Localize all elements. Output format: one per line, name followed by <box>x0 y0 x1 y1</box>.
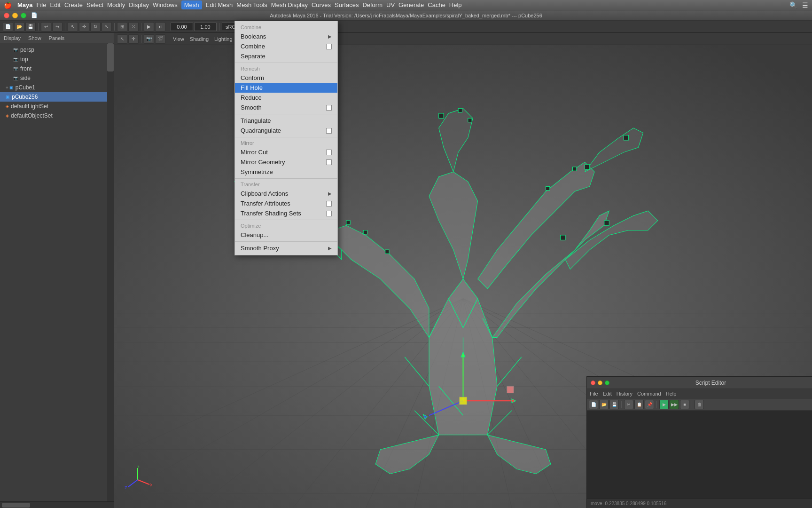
menu-item-transfer-shading-sets[interactable]: Transfer Shading Sets <box>235 208 337 218</box>
menu-item-cleanup[interactable]: Cleanup... <box>235 230 337 240</box>
script-history-menu[interactable]: History <box>617 391 632 397</box>
uv-menu-item[interactable]: UV <box>386 1 395 8</box>
rotate-tool-button[interactable]: ↻ <box>90 22 101 32</box>
file-menu-item[interactable]: File <box>37 1 47 8</box>
show-tab[interactable]: Show <box>24 34 45 42</box>
outliner-item-defaultlightset[interactable]: ◈ defaultLightSet <box>0 102 114 111</box>
script-command-menu[interactable]: Command <box>637 391 661 397</box>
menu-item-symmetrize[interactable]: Symmetrize <box>235 167 337 177</box>
script-save-btn[interactable]: 💾 <box>609 400 619 409</box>
mesh-menu-item[interactable]: Mesh <box>181 0 202 9</box>
script-edit-menu[interactable]: Edit <box>603 391 612 397</box>
list-icon[interactable]: ☰ <box>802 1 808 9</box>
ipr-button[interactable]: ⏯ <box>155 22 165 32</box>
menu-item-conform[interactable]: Conform <box>235 73 337 83</box>
surfaces-menu-item[interactable]: Surfaces <box>335 1 359 8</box>
smooth-option-box[interactable] <box>326 105 332 111</box>
quadrangulate-option-box[interactable] <box>326 128 332 134</box>
maximize-button[interactable] <box>21 13 26 18</box>
curves-menu-item[interactable]: Curves <box>312 1 331 8</box>
script-editor-close[interactable] <box>591 381 595 385</box>
save-file-button[interactable]: 💾 <box>25 22 36 32</box>
coord-x-input[interactable] <box>171 23 193 31</box>
menu-item-booleans[interactable]: Booleans ▶ <box>235 32 337 41</box>
close-button[interactable] <box>4 13 9 18</box>
undo-button[interactable]: ↩ <box>41 22 51 32</box>
redo-button[interactable]: ↪ <box>52 22 62 32</box>
script-clear-btn[interactable]: 🗑 <box>695 400 704 409</box>
mirror-cut-option-box[interactable] <box>326 150 332 155</box>
menu-item-mirror-geometry[interactable]: Mirror Geometry <box>235 157 337 167</box>
script-stop-btn[interactable]: ■ <box>680 400 689 409</box>
menu-item-fill-hole[interactable]: Fill Hole <box>235 83 337 93</box>
script-paste-btn[interactable]: 📌 <box>645 400 654 409</box>
script-open-btn[interactable]: 📂 <box>599 400 609 409</box>
script-run-all-btn[interactable]: ▶▶ <box>670 400 679 409</box>
outliner-item-side[interactable]: 📷 side <box>0 73 114 83</box>
script-file-menu[interactable]: File <box>590 391 598 397</box>
mesh-tools-menu-item[interactable]: Mesh Tools <box>236 1 267 8</box>
script-editor-textarea[interactable] <box>587 411 812 499</box>
edit-mesh-menu-item[interactable]: Edit Mesh <box>206 1 233 8</box>
snap-grid-button[interactable]: ⁙ <box>128 22 139 32</box>
lighting-menu-btn[interactable]: Lighting <box>212 36 235 42</box>
menu-item-reduce[interactable]: Reduce <box>235 93 337 103</box>
help-menu-item[interactable]: Help <box>449 1 462 8</box>
menu-item-combine[interactable]: Combine <box>235 41 337 51</box>
menu-item-smooth-proxy[interactable]: Smooth Proxy ▶ <box>235 243 337 253</box>
render-button[interactable]: ▶ <box>144 22 154 32</box>
viewport-tool-move[interactable]: ✛ <box>128 34 139 44</box>
mirror-geometry-option-box[interactable] <box>326 159 332 165</box>
scale-tool-button[interactable]: ⤡ <box>102 22 112 32</box>
grid-toggle-button[interactable]: ⊞ <box>117 22 127 32</box>
script-run-btn[interactable]: ▶ <box>659 400 669 409</box>
edit-menu-item[interactable]: Edit <box>50 1 60 8</box>
panels-tab[interactable]: Panels <box>45 34 69 42</box>
menu-item-transfer-attributes[interactable]: Transfer Attributes <box>235 198 337 208</box>
menu-item-clipboard-actions[interactable]: Clipboard Actions ▶ <box>235 189 337 198</box>
transfer-shading-sets-option-box[interactable] <box>326 211 332 216</box>
outliner-item-persp[interactable]: 📷 persp <box>0 45 114 55</box>
minimize-button[interactable] <box>12 13 18 18</box>
menu-item-smooth[interactable]: Smooth <box>235 103 337 112</box>
menu-item-separate[interactable]: Separate <box>235 51 337 61</box>
shading-menu-btn[interactable]: Shading <box>187 36 211 42</box>
deform-menu-item[interactable]: Deform <box>362 1 383 8</box>
combine-option-box[interactable] <box>326 44 332 49</box>
select-tool-button[interactable]: ↖ <box>68 22 78 32</box>
mesh-display-menu-item[interactable]: Mesh Display <box>271 1 308 8</box>
create-menu-item[interactable]: Create <box>64 1 83 8</box>
cache-menu-item[interactable]: Cache <box>428 1 445 8</box>
apple-icon[interactable]: 🍎 <box>4 1 12 9</box>
transfer-attributes-option-box[interactable] <box>326 201 332 206</box>
coord-y-input[interactable] <box>194 23 217 31</box>
outliner-item-top[interactable]: 📷 top <box>0 55 114 64</box>
maya-menu-item[interactable]: Maya <box>17 1 33 8</box>
script-copy-btn[interactable]: 📋 <box>634 400 644 409</box>
generate-menu-item[interactable]: Generate <box>398 1 424 8</box>
script-help-menu[interactable]: Help <box>666 391 677 397</box>
outliner-item-pcube256[interactable]: ▣ pCube256 <box>0 92 114 102</box>
display-tab[interactable]: Display <box>0 34 24 42</box>
script-cut-btn[interactable]: ✂ <box>624 400 633 409</box>
viewport-tool-render[interactable]: 🎬 <box>155 34 165 44</box>
new-file-button[interactable]: 📄 <box>3 22 13 32</box>
windows-menu-item[interactable]: Windows <box>153 1 178 8</box>
menu-item-triangulate[interactable]: Triangulate <box>235 116 337 126</box>
outliner-item-pcube1[interactable]: + ▣ pCube1 <box>0 83 114 92</box>
script-editor-maximize[interactable] <box>605 381 609 385</box>
select-menu-item[interactable]: Select <box>86 1 103 8</box>
menu-item-quadrangulate[interactable]: Quadrangulate <box>235 126 337 135</box>
script-editor-minimize[interactable] <box>598 381 602 385</box>
viewport-tool-camera[interactable]: 📷 <box>144 34 154 44</box>
viewport-tool-select[interactable]: ↖ <box>117 34 127 44</box>
display-menu-item[interactable]: Display <box>129 1 149 8</box>
move-tool-button[interactable]: ✛ <box>79 22 89 32</box>
menu-item-mirror-cut[interactable]: Mirror Cut <box>235 147 337 157</box>
outliner-item-front[interactable]: 📷 front <box>0 64 114 73</box>
modify-menu-item[interactable]: Modify <box>107 1 125 8</box>
search-icon[interactable]: 🔍 <box>789 1 797 9</box>
script-new-btn[interactable]: 📄 <box>589 400 598 409</box>
open-file-button[interactable]: 📂 <box>14 22 24 32</box>
outliner-item-defaultobjectset[interactable]: ◈ defaultObjectSet <box>0 111 114 120</box>
